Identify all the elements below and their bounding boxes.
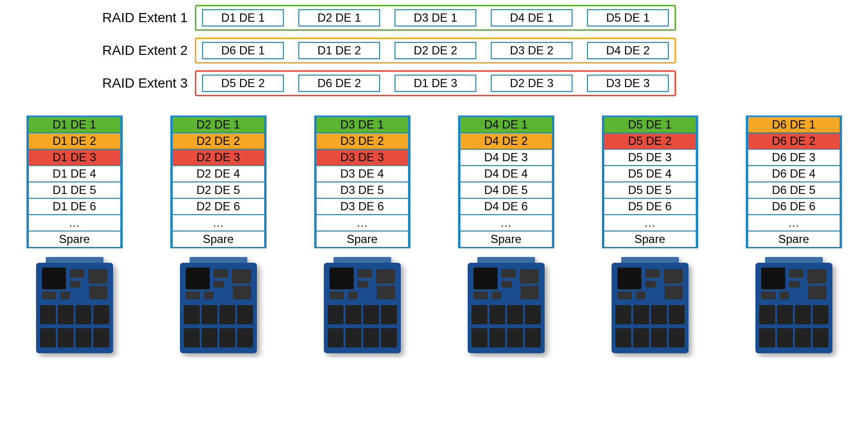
disk-column-2: D2 DE 1D2 DE 2D2 DE 3D2 DE 4D2 DE 5D2 DE… bbox=[153, 115, 283, 353]
ssd-icon bbox=[755, 257, 832, 353]
raid-extent-box-2: D6 DE 1 D1 DE 2 D2 DE 2 D3 DE 2 D4 DE 2 bbox=[195, 38, 676, 64]
ssd-icon bbox=[180, 257, 257, 353]
disk-slot: D4 DE 2 bbox=[460, 133, 553, 149]
disk-column-3: D3 DE 1D3 DE 2D3 DE 3D3 DE 4D3 DE 5D3 DE… bbox=[297, 115, 427, 353]
disk-slot: D4 DE 5 bbox=[460, 182, 553, 198]
disk-slot: D2 DE 3 bbox=[172, 149, 265, 166]
disk-slot: Spare bbox=[28, 231, 121, 247]
disk-slot: D6 DE 5 bbox=[747, 182, 841, 198]
disk-slot-stack: D4 DE 1D4 DE 2D4 DE 3D4 DE 4D4 DE 5D4 DE… bbox=[458, 115, 554, 248]
disk-slot: D1 DE 6 bbox=[28, 198, 121, 215]
drive-extent-cell: D6 DE 1 bbox=[202, 42, 284, 59]
drive-extent-cell: D1 DE 1 bbox=[202, 9, 284, 26]
disk-slot: D5 DE 5 bbox=[603, 182, 697, 198]
disk-slot: D3 DE 1 bbox=[316, 117, 409, 133]
disk-slot: Spare bbox=[316, 231, 409, 247]
drive-extent-cell: D2 DE 3 bbox=[491, 75, 573, 92]
disk-slot: Spare bbox=[460, 231, 553, 247]
drive-extent-cell: D6 DE 2 bbox=[298, 75, 380, 92]
raid-extent-row-3: RAID Extent 3 D5 DE 2 D6 DE 2 D1 DE 3 D2… bbox=[77, 70, 863, 96]
disk-slot: D3 DE 4 bbox=[316, 166, 409, 182]
raid-extent-label: RAID Extent 3 bbox=[77, 76, 195, 91]
disk-slot: … bbox=[172, 215, 265, 231]
disk-slot-stack: D1 DE 1D1 DE 2D1 DE 3D1 DE 4D1 DE 5D1 DE… bbox=[26, 115, 123, 248]
disk-slot-stack: D5 DE 1D5 DE 2D5 DE 3D5 DE 4D5 DE 5D5 DE… bbox=[602, 115, 698, 248]
disk-slot-stack: D6 DE 1D6 DE 2D6 DE 3D6 DE 4D6 DE 5D6 DE… bbox=[746, 115, 842, 248]
raid-extent-row-2: RAID Extent 2 D6 DE 1 D1 DE 2 D2 DE 2 D3… bbox=[77, 38, 863, 64]
disk-slot: Spare bbox=[603, 231, 697, 247]
disk-slot: D6 DE 3 bbox=[747, 149, 841, 166]
raid-extent-row-1: RAID Extent 1 D1 DE 1 D2 DE 1 D3 DE 1 D4… bbox=[77, 5, 863, 31]
disk-slot: D2 DE 1 bbox=[172, 117, 265, 133]
drive-extent-cell: D1 DE 3 bbox=[395, 75, 476, 92]
disk-slot: … bbox=[747, 215, 841, 231]
raid-extent-box-3: D5 DE 2 D6 DE 2 D1 DE 3 D2 DE 3 D3 DE 3 bbox=[195, 70, 676, 96]
disk-slot: D5 DE 6 bbox=[603, 198, 697, 215]
disk-slot: D2 DE 5 bbox=[172, 182, 265, 198]
disk-slot: D3 DE 5 bbox=[316, 182, 409, 198]
disk-slot: D6 DE 4 bbox=[747, 166, 841, 182]
disk-slot: D4 DE 3 bbox=[460, 149, 553, 166]
drive-extent-cell: D2 DE 2 bbox=[395, 42, 476, 59]
ssd-icon bbox=[324, 257, 401, 353]
disk-slot: … bbox=[316, 215, 409, 231]
disk-column-1: D1 DE 1D1 DE 2D1 DE 3D1 DE 4D1 DE 5D1 DE… bbox=[10, 115, 139, 353]
raid-extent-label: RAID Extent 1 bbox=[77, 10, 195, 26]
drive-extent-cell: D3 DE 1 bbox=[395, 9, 476, 26]
drive-extent-cell: D2 DE 1 bbox=[298, 9, 380, 26]
disk-slot-stack: D2 DE 1D2 DE 2D2 DE 3D2 DE 4D2 DE 5D2 DE… bbox=[170, 115, 267, 248]
raid-extent-label: RAID Extent 2 bbox=[77, 43, 195, 58]
disk-slot: D2 DE 6 bbox=[172, 198, 265, 215]
disk-column-6: D6 DE 1D6 DE 2D6 DE 3D6 DE 4D6 DE 5D6 DE… bbox=[729, 115, 858, 353]
disk-slot: D5 DE 4 bbox=[603, 166, 697, 182]
disk-slot: D3 DE 3 bbox=[316, 149, 409, 166]
disk-slot: … bbox=[603, 215, 697, 231]
disk-slot: D3 DE 2 bbox=[316, 133, 409, 149]
disk-slot: D5 DE 3 bbox=[603, 149, 697, 166]
raid-extents-section: RAID Extent 1 D1 DE 1 D2 DE 1 D3 DE 1 D4… bbox=[77, 5, 863, 96]
disk-slot: Spare bbox=[747, 231, 841, 247]
drive-extent-cell: D5 DE 1 bbox=[587, 9, 669, 26]
ssd-icon bbox=[612, 257, 689, 353]
disk-slot: D4 DE 4 bbox=[460, 166, 553, 182]
disk-slot: D6 DE 6 bbox=[747, 198, 841, 215]
disk-slot: D1 DE 2 bbox=[28, 133, 121, 149]
disk-slot: D5 DE 2 bbox=[603, 133, 697, 149]
disk-slot: D4 DE 1 bbox=[460, 117, 553, 133]
disk-slot: D2 DE 4 bbox=[172, 166, 265, 182]
disk-slot: D6 DE 1 bbox=[747, 117, 841, 133]
disk-slot: Spare bbox=[172, 231, 265, 247]
drive-extent-cell: D3 DE 3 bbox=[587, 75, 669, 92]
disk-slot: D1 DE 5 bbox=[28, 182, 121, 198]
disk-column-5: D5 DE 1D5 DE 2D5 DE 3D5 DE 4D5 DE 5D5 DE… bbox=[585, 115, 715, 353]
drive-extent-cell: D4 DE 2 bbox=[587, 42, 669, 59]
disk-slot: D6 DE 2 bbox=[747, 133, 841, 149]
disk-slot-stack: D3 DE 1D3 DE 2D3 DE 3D3 DE 4D3 DE 5D3 DE… bbox=[314, 115, 410, 248]
disk-slot: D3 DE 6 bbox=[316, 198, 409, 215]
drive-extent-cell: D5 DE 2 bbox=[202, 75, 284, 92]
drive-extent-cell: D1 DE 2 bbox=[298, 42, 380, 59]
disk-slot: D5 DE 1 bbox=[603, 117, 697, 133]
disk-slot: D2 DE 2 bbox=[172, 133, 265, 149]
disk-slot: D1 DE 3 bbox=[28, 149, 121, 166]
disk-column-4: D4 DE 1D4 DE 2D4 DE 3D4 DE 4D4 DE 5D4 DE… bbox=[441, 115, 571, 353]
drive-extent-cell: D3 DE 2 bbox=[491, 42, 573, 59]
ssd-icon bbox=[468, 257, 545, 353]
disk-slot: D4 DE 6 bbox=[460, 198, 553, 215]
disks-row: D1 DE 1D1 DE 2D1 DE 3D1 DE 4D1 DE 5D1 DE… bbox=[5, 115, 863, 353]
disk-slot: D1 DE 4 bbox=[28, 166, 121, 182]
disk-slot: D1 DE 1 bbox=[28, 117, 121, 133]
drive-extent-cell: D4 DE 1 bbox=[491, 9, 573, 26]
raid-extent-box-1: D1 DE 1 D2 DE 1 D3 DE 1 D4 DE 1 D5 DE 1 bbox=[195, 5, 676, 31]
disk-slot: … bbox=[460, 215, 553, 231]
ssd-icon bbox=[36, 257, 113, 353]
disk-slot: … bbox=[28, 215, 121, 231]
